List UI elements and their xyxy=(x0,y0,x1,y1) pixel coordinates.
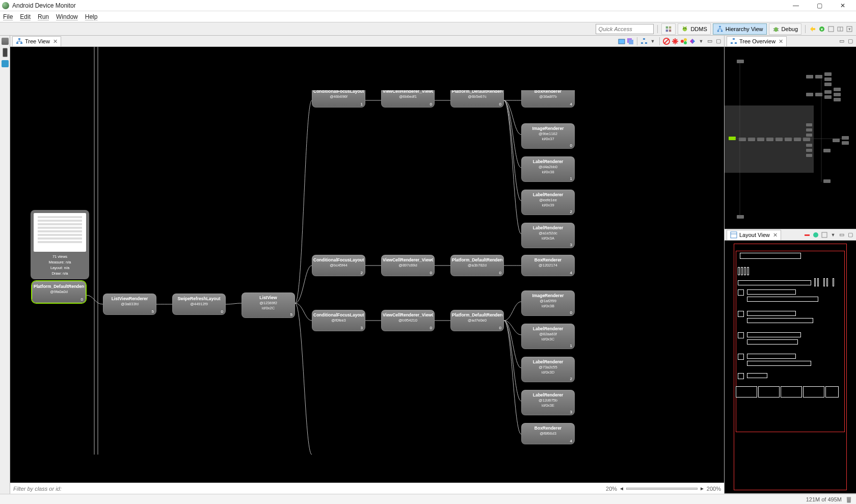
window-minimize-button[interactable]: — xyxy=(789,1,803,10)
svg-rect-0 xyxy=(666,26,668,28)
layout-icon xyxy=(730,231,737,238)
tree-node[interactable]: LabelRenderer@d4a2bb0id/0x381 xyxy=(521,156,575,182)
svg-point-37 xyxy=(684,41,687,44)
tree-node[interactable]: LabelRenderer@12d675bid/0x3E3 xyxy=(521,390,575,415)
menu-window[interactable]: Window xyxy=(56,13,78,20)
layout-load-icon[interactable] xyxy=(821,231,828,238)
minimize-panel-icon[interactable]: ▭ xyxy=(706,38,713,45)
svg-rect-30 xyxy=(643,38,645,40)
svg-line-16 xyxy=(777,30,779,31)
svg-rect-9 xyxy=(719,25,721,27)
svg-point-49 xyxy=(813,232,818,237)
node-preview-popup: ⊗ 71 views Measure: n/a Layout: n/a Draw… xyxy=(31,210,89,279)
svg-point-6 xyxy=(685,28,686,29)
tree-view-tab[interactable]: Tree View ✕ xyxy=(12,36,61,46)
toolbar: DDMS Hierarchy View Debug ▾ ▾ xyxy=(0,22,856,36)
layout-color-icon[interactable] xyxy=(804,231,811,238)
menu-run[interactable]: Run xyxy=(38,13,49,20)
dropdown-2[interactable]: ▼ xyxy=(698,38,705,45)
invalidate-icon[interactable] xyxy=(663,38,670,45)
ddms-perspective-button[interactable]: DDMS xyxy=(678,23,710,35)
request-layout-icon[interactable] xyxy=(672,38,679,45)
menu-help[interactable]: Help xyxy=(85,13,98,20)
tree-node[interactable]: BoxRenderer@f8f66d34 xyxy=(521,423,575,444)
screenshot-icon[interactable] xyxy=(618,38,625,45)
layout-dropdown[interactable]: ▼ xyxy=(830,231,837,238)
svg-point-12 xyxy=(774,27,778,32)
svg-point-36 xyxy=(684,38,687,41)
tree-node[interactable]: BoxRenderer@12021744 xyxy=(521,255,575,276)
svg-rect-29 xyxy=(629,40,633,44)
overview-min-icon[interactable]: ▭ xyxy=(838,38,845,45)
dropdown-1[interactable]: ▼ xyxy=(649,38,656,45)
svg-line-7 xyxy=(683,26,684,27)
tree-node[interactable]: ListView@12369f2id/0x2C5 xyxy=(242,293,295,318)
tree-node[interactable]: ViewCellRenderer_ViewCellContainer@897c6… xyxy=(381,255,435,276)
tree-node[interactable]: LabelRenderer@eefe1eeid/0x392 xyxy=(521,190,575,215)
tree-node[interactable]: ImageRenderer@1af2f99id/0x3B0 xyxy=(521,290,575,316)
debug-perspective-button[interactable]: Debug xyxy=(769,23,801,35)
zoom-slider[interactable] xyxy=(626,488,698,490)
menu-edit[interactable]: Edit xyxy=(20,13,31,20)
save-layers-icon[interactable] xyxy=(627,38,634,45)
toolbar-action-3[interactable] xyxy=(827,25,835,33)
overview-max-icon[interactable]: ▢ xyxy=(847,38,854,45)
tree-node[interactable]: LabelRenderer@a1e52dcid/0x3A3 xyxy=(521,223,575,248)
tree-node[interactable]: ConditionalFocusLayout@bc45f442 xyxy=(312,255,365,276)
tree-canvas[interactable]: ⊗ 71 views Measure: n/a Layout: n/a Draw… xyxy=(10,47,724,483)
zoom-out-button[interactable]: ◄ xyxy=(619,486,624,491)
titlebar: Android Device Monitor — ▢ ✕ xyxy=(0,0,856,11)
trash-icon[interactable] xyxy=(846,496,852,503)
right-column: Tree Overview ✕ ▭ ▢ xyxy=(725,36,856,494)
toolbar-action-2[interactable]: ▾ xyxy=(818,25,825,33)
windows-icon[interactable] xyxy=(2,38,9,45)
toolbar-action-5[interactable]: ▾ xyxy=(846,25,853,33)
filter-input[interactable] xyxy=(13,486,606,492)
open-perspective-button[interactable] xyxy=(661,23,676,35)
tree-node[interactable]: SwipeRefreshLayout@44912f90 xyxy=(172,294,226,315)
profile-node-icon[interactable] xyxy=(680,38,687,45)
layout-max-icon[interactable]: ▢ xyxy=(847,231,854,238)
layout-min-icon[interactable]: ▭ xyxy=(838,231,845,238)
svg-rect-24 xyxy=(18,38,20,40)
layout-view-tab-close[interactable]: ✕ xyxy=(773,232,778,238)
tree-node[interactable]: Platform_DefaultRenderer@ad7e0e00 xyxy=(450,310,504,331)
window-close-button[interactable]: ✕ xyxy=(836,1,850,10)
svg-text:▾: ▾ xyxy=(848,26,851,32)
svg-rect-32 xyxy=(645,42,647,44)
device-icon[interactable] xyxy=(3,48,8,57)
tree-overview-tab[interactable]: Tree Overview ✕ xyxy=(727,36,787,46)
svg-rect-1 xyxy=(669,26,671,28)
tree-node[interactable]: Platform_DefaultRenderer@9fa0a0d0 xyxy=(32,281,86,303)
tree-overview-tab-close[interactable]: ✕ xyxy=(779,38,783,45)
tree-node[interactable]: ViewCellRenderer_ViewCellContainer@b9542… xyxy=(381,310,435,331)
svg-line-34 xyxy=(664,39,668,43)
maximize-panel-icon[interactable]: ▢ xyxy=(715,38,722,45)
heap-status: 121M of 495M xyxy=(806,496,842,502)
svg-rect-31 xyxy=(641,42,643,44)
quick-access-input[interactable] xyxy=(596,24,654,34)
tree-node[interactable]: ImageRenderer@9be1162id/0x370 xyxy=(521,123,575,149)
toolbar-action-1[interactable] xyxy=(809,25,816,33)
tree-node[interactable]: ConditionalFocusLayout@f0fee33 xyxy=(312,310,365,331)
hierarchy-small-icon[interactable] xyxy=(2,60,9,67)
menu-file[interactable]: File xyxy=(3,13,13,20)
tree-node[interactable]: Platform_DefaultRenderer@a3b782d0 xyxy=(450,255,504,276)
tree-node[interactable]: ListViewRenderer@3a833fd5 xyxy=(103,294,156,315)
dump-theme-icon[interactable] xyxy=(689,38,696,45)
tree-node[interactable]: LabelRenderer@73a2c55id/0x3D2 xyxy=(521,357,575,382)
toolbar-action-4[interactable] xyxy=(837,25,844,33)
svg-rect-26 xyxy=(20,42,22,44)
layout-view-tab[interactable]: Layout View ✕ xyxy=(727,230,781,240)
layout-toggle-icon[interactable] xyxy=(812,231,819,238)
zoom-in-button[interactable]: ► xyxy=(700,486,705,491)
hierarchy-view-perspective-button[interactable]: Hierarchy View xyxy=(713,23,767,35)
reload-hierarchy-icon[interactable] xyxy=(640,38,648,45)
preview-layout: Layout: n/a xyxy=(34,265,86,271)
preview-measure: Measure: n/a xyxy=(34,259,86,265)
layout-canvas[interactable] xyxy=(725,241,856,493)
overview-canvas[interactable] xyxy=(725,47,856,229)
tree-view-tab-close[interactable]: ✕ xyxy=(53,38,58,45)
window-maximize-button[interactable]: ▢ xyxy=(812,1,826,10)
tree-node[interactable]: LabelRenderer@82aa63fid/0x3C1 xyxy=(521,324,575,349)
